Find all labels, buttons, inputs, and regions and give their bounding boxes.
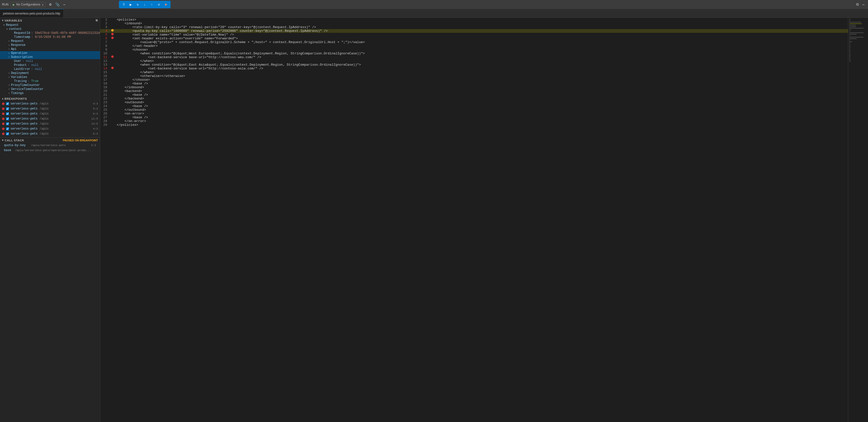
sidebar-scroll[interactable]: ▾ VARIABLES ⧉ ▾ Request ▾ context Req <box>0 18 100 422</box>
step-over-button[interactable]: ↻ <box>135 2 141 7</box>
tree-servicetimecounter[interactable]: › ServiceTimeCounter <box>0 87 100 91</box>
code-row[interactable]: 25 </outbound> <box>100 108 848 112</box>
code-container[interactable]: 1<policies>2 <inbound>3 <rate-limit-by-k… <box>100 18 848 422</box>
stop-button[interactable]: ■ <box>163 2 168 7</box>
tree-deployment[interactable]: › Deployment <box>0 71 100 75</box>
line-number: 21 <box>100 93 110 97</box>
line-content: <policies> <box>115 18 848 22</box>
more-icon[interactable]: ⋯ <box>62 2 67 7</box>
tree-proxytimecounter[interactable]: › ProxyTimeCounter <box>0 83 100 87</box>
bp-checkbox[interactable] <box>6 117 9 120</box>
callstack-item-quota[interactable]: quota-by-key /apis/serverless-pets 4:3 <box>0 143 100 148</box>
code-row[interactable]: 29</policies> <box>100 123 848 127</box>
bp-checkbox[interactable] <box>6 107 9 110</box>
breakpoint-item[interactable]: serverless-pets /apis 5:3 <box>0 106 100 111</box>
tree-req[interactable]: › Request <box>0 39 100 43</box>
breakpoint-indicator <box>110 67 115 69</box>
bp-path: /apis <box>39 132 49 135</box>
bp-checkbox[interactable] <box>6 132 9 135</box>
variables-section-header[interactable]: ▾ VARIABLES ⧉ <box>0 18 100 23</box>
tree-timestamp[interactable]: Timestamp : 9/16/2020 5:41:08 PM <box>0 35 100 39</box>
code-row[interactable]: 3 <rate-limit-by-key calls="3" renewal-p… <box>100 25 848 29</box>
code-row[interactable]: 15 </when> <box>100 70 848 74</box>
code-row[interactable]: 9 <choose> <box>100 48 848 52</box>
attach-icon[interactable]: 📎 <box>55 2 60 7</box>
line-content: <set-backend-service base-url="http://co… <box>115 67 848 70</box>
bp-loc: 14:5 <box>91 122 98 125</box>
more-actions-icon[interactable]: ⋯ <box>861 2 866 7</box>
code-row[interactable]: 17 </choose> <box>100 78 848 82</box>
tree-subscription[interactable]: › Subscription <box>0 55 100 59</box>
restart-button[interactable]: ↺ <box>156 2 161 7</box>
code-row[interactable]: 24 <base /> <box>100 104 848 108</box>
code-row[interactable]: 18 <base /> <box>100 82 848 86</box>
bp-service: serverless-pets <box>10 132 37 135</box>
code-row[interactable]: 14 <set-backend-service base-url="http:/… <box>100 67 848 70</box>
step-out-button[interactable]: ↑ <box>149 2 155 7</box>
user-value: : null <box>22 59 33 63</box>
step-into-button[interactable]: ↓ <box>142 2 148 7</box>
breakpoint-item[interactable]: serverless-pets /apis 4:3 <box>0 126 100 131</box>
code-row[interactable]: 6 <set-header exists-action="override" n… <box>100 37 848 40</box>
breakpoint-item[interactable]: serverless-pets /apis 14:5 <box>0 121 100 126</box>
code-row[interactable]: 13 <when condition="@(&quot;East Asia&qu… <box>100 63 848 67</box>
run-config-dropdown[interactable]: ▶ No Configurations ∨ <box>10 2 46 7</box>
tree-timings[interactable]: › Timings <box>0 91 100 95</box>
line-number: 27 <box>100 116 110 119</box>
code-row[interactable]: 19 </inbound> <box>100 86 848 89</box>
code-row[interactable]: 1<policies> <box>100 18 848 22</box>
settings-icon[interactable]: ⚙ <box>48 2 53 7</box>
tree-response[interactable]: › Response <box>0 43 100 47</box>
tree-product[interactable]: Product : null <box>0 63 100 67</box>
line-number: 20 <box>100 89 110 93</box>
bp-loc: 4:3 <box>93 127 98 130</box>
line-number: 22 <box>100 97 110 100</box>
code-row[interactable]: 7 <value>@("proto=" + context.Request.Or… <box>100 40 848 44</box>
tree-requestid[interactable]: RequestId : 59e576cd-5dd5-497b-b66f-9688… <box>0 31 100 35</box>
context-label: context <box>9 27 22 31</box>
code-row[interactable]: 4 <quota-by-key calls="1000000" renewal-… <box>100 29 848 33</box>
code-row[interactable]: 8 </set-header> <box>100 44 848 48</box>
breakpoint-item[interactable]: serverless-pets /apis 4:3 <box>0 101 100 106</box>
code-row[interactable]: 27 <base /> <box>100 116 848 119</box>
tree-lasterror[interactable]: LastError : null <box>0 67 100 71</box>
copy-icon[interactable]: ⧉ <box>96 19 98 22</box>
bp-loc: 4:3 <box>93 102 98 105</box>
tree-request[interactable]: ▾ Request <box>0 23 100 27</box>
breakpoints-chevron-icon: ▾ <box>2 97 3 100</box>
breakpoint-item[interactable]: serverless-pets /apis 11:5 <box>0 116 100 121</box>
code-row[interactable]: 28 </on-error> <box>100 119 848 123</box>
bp-checkbox[interactable] <box>6 112 9 115</box>
code-row[interactable]: 22 </backend> <box>100 97 848 100</box>
code-row[interactable]: 26 <on-error> <box>100 112 848 116</box>
code-row[interactable]: 2 <inbound> <box>100 22 848 25</box>
drag-handle-icon[interactable]: ⠿ <box>121 2 126 7</box>
callstack-header[interactable]: ▾ CALL STACK PAUSED ON BREAKPOINT <box>0 138 100 143</box>
code-row[interactable]: 23 <outbound> <box>100 100 848 104</box>
breakpoint-item[interactable]: serverless-pets /apis 6:3 <box>0 131 100 136</box>
tree-context[interactable]: ▾ context <box>0 27 100 31</box>
code-row[interactable]: 10 <when condition="@(&quot;West Europe&… <box>100 52 848 55</box>
code-row[interactable]: 21 <base /> <box>100 93 848 97</box>
code-row[interactable]: 16 <otherwise></otherwise> <box>100 74 848 78</box>
bp-checkbox[interactable] <box>6 102 9 105</box>
tree-tracing[interactable]: Tracing : True <box>0 79 100 83</box>
tree-operation[interactable]: › Operation <box>0 51 100 55</box>
code-row[interactable]: 12 </when> <box>100 59 848 63</box>
bp-checkbox[interactable] <box>6 127 9 130</box>
editor-tab[interactable]: petstore-serverless-pets-post-products.h… <box>0 9 64 18</box>
breakpoints-section-header[interactable]: ▾ BREAKPOINTS <box>0 96 100 101</box>
tracing-value: : True <box>28 80 38 83</box>
breakpoint-item[interactable]: serverless-pets /apis 6:3 <box>0 111 100 116</box>
continue-button[interactable]: ▶ <box>128 2 133 7</box>
service-tc-key: ServiceTimeCounter <box>11 87 43 91</box>
tree-user[interactable]: User : null <box>0 59 100 63</box>
code-row[interactable]: 20 <backend> <box>100 89 848 93</box>
bp-checkbox[interactable] <box>6 122 9 125</box>
tree-api[interactable]: › Api <box>0 47 100 51</box>
code-row[interactable]: 11 <set-backend-service base-url="http:/… <box>100 55 848 59</box>
tree-variables[interactable]: › Variables <box>0 75 100 79</box>
split-editor-icon[interactable]: ⧉ <box>855 2 860 7</box>
callstack-item-base[interactable]: base /apis/serverless-pets/operations/po… <box>0 148 100 153</box>
code-row[interactable]: 5 <set-variable name="time" value="@(Dat… <box>100 33 848 37</box>
